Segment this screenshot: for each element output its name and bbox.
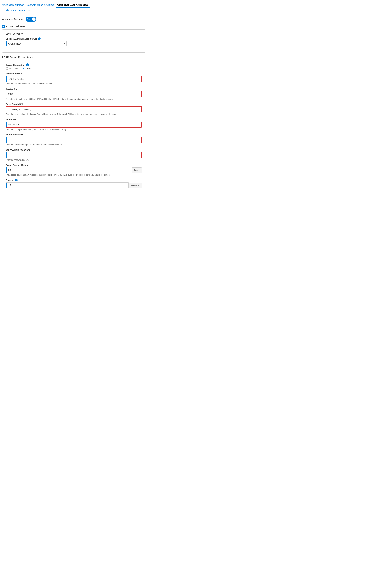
ldap-server-properties-section: LDAP Server Properties ▼ Server Connecti…: [2, 56, 145, 194]
base-search-dn-input-wrapper: [6, 106, 142, 113]
timeout-input[interactable]: [7, 183, 128, 188]
admin-password-group: Admin Password Type the administrator pa…: [6, 134, 142, 146]
radio-use-pool-label: Use Pool: [9, 67, 18, 70]
server-address-group: Server Address Type the IP address of yo…: [6, 72, 142, 85]
timeout-input-append: seconds: [6, 182, 142, 188]
main-content: Advanced Settings On LDAP Attributes ▼ L…: [0, 14, 147, 201]
verify-admin-password-hint: Type the password again.: [6, 159, 142, 161]
group-cache-lifetime-append: Days: [132, 167, 142, 173]
radio-direct-input[interactable]: [22, 67, 25, 70]
navigation-bar: Azure Configuration User Attributes & Cl…: [0, 0, 147, 14]
ldap-attributes-chevron-icon[interactable]: ▼: [27, 25, 29, 28]
choose-auth-server-info-icon[interactable]: i: [38, 37, 41, 40]
toggle-knob: [32, 17, 36, 21]
verify-admin-password-group: Verify Admin Password Type the password …: [6, 149, 142, 161]
base-search-dn-input[interactable]: [6, 107, 141, 112]
server-connection-group: Server Connection i Use Pool Direct: [6, 63, 142, 70]
timeout-group: Timeout i seconds: [6, 179, 142, 188]
admin-dn-hint: Type the distinguished name (DN) of the …: [6, 128, 142, 131]
group-cache-lifetime-hint: The Access device usually refreshes the …: [6, 174, 142, 176]
timeout-append: seconds: [129, 183, 142, 188]
service-port-input[interactable]: [6, 92, 141, 97]
nav-additional-user-attributes[interactable]: Additional User Attributes: [56, 2, 90, 8]
admin-dn-input-wrapper: [6, 122, 142, 128]
server-address-label: Server Address: [6, 72, 142, 75]
ldap-attributes-checkbox[interactable]: [2, 25, 5, 28]
advanced-settings-toggle[interactable]: On: [26, 17, 36, 21]
admin-dn-input[interactable]: [7, 122, 141, 127]
admin-dn-group: Admin DN Type the distinguished name (DN…: [6, 118, 142, 131]
choose-auth-server-label: Choose Authentication Server i: [6, 37, 142, 40]
ldap-attributes-header: LDAP Attributes ▼: [2, 25, 145, 28]
admin-password-hint: Type the administrator password for your…: [6, 144, 142, 146]
admin-dn-label: Admin DN: [6, 118, 142, 121]
nav-row-2: Conditional Access Policy: [2, 8, 145, 13]
choose-auth-server-group: Choose Authentication Server i Create Ne…: [6, 37, 142, 46]
verify-admin-password-input-wrapper: [6, 152, 142, 158]
advanced-settings-label: Advanced Settings: [2, 18, 23, 21]
server-connection-info-icon[interactable]: i: [26, 63, 29, 66]
group-cache-lifetime-input-append: Days: [6, 167, 142, 173]
service-port-input-wrapper: [6, 91, 142, 97]
base-search-dn-group: Base Search DN Type the base distinguish…: [6, 103, 142, 115]
choose-auth-server-select[interactable]: Create New: [6, 41, 67, 46]
group-cache-lifetime-input-box: [6, 167, 132, 173]
admin-password-input[interactable]: [7, 137, 141, 143]
group-cache-lifetime-input[interactable]: [7, 167, 132, 173]
server-connection-radio-group: Use Pool Direct: [6, 67, 142, 70]
service-port-hint: Accept the default value (389 for LDAP a…: [6, 98, 142, 100]
server-connection-label: Server Connection i: [6, 63, 142, 66]
ldap-server-header: LDAP Server ▼: [6, 32, 142, 35]
ldap-server-card: LDAP Server ▼ Choose Authentication Serv…: [2, 30, 145, 53]
toggle-on-label: On: [27, 18, 30, 21]
service-port-label: Service Port: [6, 88, 142, 90]
choose-auth-server-select-wrapper: Create New ▾: [6, 41, 67, 46]
radio-direct-label: Direct: [26, 67, 31, 70]
ldap-attributes-title: LDAP Attributes: [6, 25, 26, 28]
server-address-input-wrapper: [6, 76, 142, 82]
timeout-label: Timeout i: [6, 179, 142, 182]
group-cache-lifetime-label: Group Cache Lifetime: [6, 164, 142, 166]
group-cache-lifetime-group: Group Cache Lifetime Days The Access dev…: [6, 164, 142, 176]
ldap-server-title: LDAP Server: [6, 32, 20, 35]
admin-password-input-wrapper: [6, 137, 142, 143]
advanced-settings-row: Advanced Settings On: [2, 17, 145, 21]
nav-conditional-access-policy[interactable]: Conditional Access Policy: [2, 8, 33, 13]
nav-azure-configuration[interactable]: Azure Configuration: [2, 2, 27, 8]
server-address-input[interactable]: [7, 76, 141, 82]
admin-password-label: Admin Password: [6, 134, 142, 136]
radio-direct[interactable]: Direct: [22, 67, 31, 70]
choose-auth-server-value: Create New: [7, 41, 66, 46]
timeout-input-box: [6, 182, 129, 188]
properties-chevron-icon[interactable]: ▼: [32, 56, 34, 58]
base-search-dn-hint: Type the base distinguished name from wh…: [6, 113, 142, 115]
timeout-input-wrapper: [6, 182, 129, 188]
verify-admin-password-input[interactable]: [7, 152, 141, 158]
base-search-dn-label: Base Search DN: [6, 103, 142, 105]
radio-use-pool-input[interactable]: [6, 67, 8, 70]
group-cache-lifetime-input-wrapper: [6, 167, 132, 173]
nav-row-1: Azure Configuration User Attributes & Cl…: [2, 2, 145, 8]
server-address-hint: Type the IP address of your LDAP or LDAP…: [6, 83, 142, 85]
radio-use-pool[interactable]: Use Pool: [6, 67, 18, 70]
nav-user-attributes-claims[interactable]: User Attributes & Claims: [27, 2, 57, 8]
verify-admin-password-label: Verify Admin Password: [6, 149, 142, 151]
ldap-server-properties-card: Server Connection i Use Pool Direct: [2, 61, 145, 194]
ldap-server-properties-title: LDAP Server Properties ▼: [2, 56, 145, 59]
ldap-server-chevron-icon[interactable]: ▼: [21, 32, 23, 35]
service-port-group: Service Port Accept the default value (3…: [6, 88, 142, 100]
timeout-info-icon[interactable]: i: [15, 179, 18, 182]
